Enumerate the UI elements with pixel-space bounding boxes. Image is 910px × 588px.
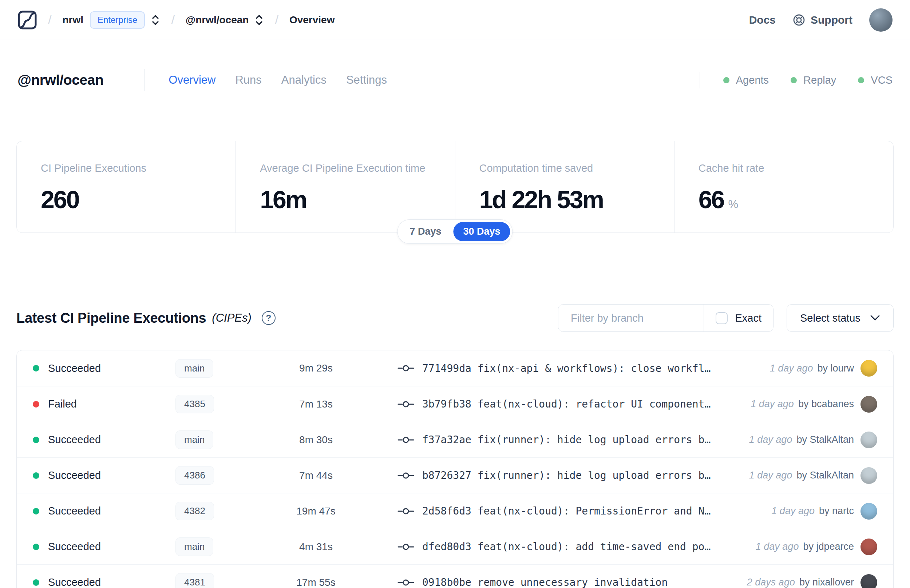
author: by jdpearce bbox=[803, 541, 854, 552]
docs-link[interactable]: Docs bbox=[749, 14, 776, 26]
commit-cell: 0918b0be remove unnecessary invalidation bbox=[374, 577, 740, 588]
tab-overview[interactable]: Overview bbox=[168, 73, 215, 87]
help-icon[interactable]: ? bbox=[262, 311, 276, 325]
branch-badge[interactable]: 4385 bbox=[175, 395, 214, 414]
breadcrumb-separator: / bbox=[171, 13, 175, 27]
status-dot-icon bbox=[33, 437, 39, 443]
status-cell: Succeeded bbox=[33, 362, 161, 375]
range-30-days[interactable]: 30 Days bbox=[453, 222, 510, 241]
org-switcher-chevron-icon[interactable] bbox=[151, 14, 160, 26]
status-cell: Succeeded bbox=[33, 469, 161, 481]
workspace-crumb[interactable]: @nrwl/ocean bbox=[186, 14, 264, 26]
avatar bbox=[860, 467, 877, 484]
git-commit-icon bbox=[398, 577, 414, 588]
cipe-row[interactable]: Failed 4385 7m 13s 3b79fb38 feat(nx-clou… bbox=[17, 386, 893, 422]
branch-filter-input[interactable] bbox=[558, 305, 704, 331]
duration-cell: 17m 55s bbox=[258, 577, 374, 588]
commit-message[interactable]: 771499da fix(nx-api & workflows): close … bbox=[422, 362, 711, 375]
branch-cell: 4386 bbox=[161, 466, 258, 485]
status-cell: Succeeded bbox=[33, 505, 161, 517]
tab-analytics[interactable]: Analytics bbox=[281, 73, 327, 87]
avatar bbox=[860, 503, 877, 520]
branch-cell: main bbox=[161, 430, 258, 449]
meta-cell: 1 day ago by bcabanes bbox=[750, 396, 877, 413]
divider bbox=[144, 69, 144, 91]
duration-cell: 8m 30s bbox=[258, 434, 374, 446]
meta-cell: 2 days ago by nixallover bbox=[747, 574, 877, 588]
cipe-row[interactable]: Succeeded 4381 17m 55s 0918b0be remove u… bbox=[17, 564, 893, 588]
commit-message[interactable]: f37a32ae fix(runner): hide log upload er… bbox=[422, 434, 711, 446]
branch-cell: main bbox=[161, 359, 258, 378]
support-link[interactable]: Support bbox=[792, 13, 852, 27]
cipe-row[interactable]: Succeeded 4386 7m 44s b8726327 fix(runne… bbox=[17, 457, 893, 493]
enterprise-badge: Enterprise bbox=[90, 11, 145, 29]
status-select-button[interactable]: Select status bbox=[787, 304, 894, 332]
status-dot-icon bbox=[33, 401, 39, 407]
workspace-tabs: Overview Runs Analytics Settings bbox=[168, 73, 387, 87]
branch-badge[interactable]: main bbox=[175, 538, 213, 556]
meta-cell: 1 day ago by lourw bbox=[770, 360, 877, 376]
author: by lourw bbox=[817, 363, 854, 374]
commit-cell: 771499da fix(nx-api & workflows): close … bbox=[374, 362, 763, 375]
time-ago: 1 day ago bbox=[771, 506, 815, 517]
commit-message[interactable]: b8726327 fix(runner): hide log upload er… bbox=[422, 469, 711, 481]
status-dot-icon bbox=[33, 544, 39, 550]
duration-cell: 19m 47s bbox=[258, 506, 374, 517]
branch-badge[interactable]: main bbox=[175, 359, 213, 378]
status-vcs: VCS bbox=[858, 74, 892, 86]
author: by nartc bbox=[819, 506, 854, 517]
exact-filter: Exact bbox=[704, 312, 773, 324]
time-ago: 1 day ago bbox=[770, 363, 813, 374]
exact-checkbox[interactable] bbox=[716, 312, 727, 324]
avatar bbox=[860, 396, 877, 413]
nx-cloud-logo-icon[interactable] bbox=[18, 10, 37, 30]
branch-cell: 4385 bbox=[161, 395, 258, 414]
breadcrumb-separator: / bbox=[275, 13, 278, 27]
cipe-section-header: Latest CI Pipeline Executions (CIPEs) ? … bbox=[16, 304, 894, 332]
status-agents: Agents bbox=[723, 74, 769, 86]
range-7-days[interactable]: 7 Days bbox=[400, 222, 451, 241]
branch-badge[interactable]: 4382 bbox=[175, 502, 214, 520]
workspace-header: @nrwl/ocean Overview Runs Analytics Sett… bbox=[0, 65, 910, 95]
cipe-row[interactable]: Succeeded main 9m 29s 771499da fix(nx-ap… bbox=[17, 351, 893, 386]
branch-cell: main bbox=[161, 538, 258, 556]
commit-cell: f37a32ae fix(runner): hide log upload er… bbox=[374, 434, 742, 446]
workspace-switcher-chevron-icon[interactable] bbox=[254, 14, 264, 26]
chevron-down-icon bbox=[870, 315, 880, 321]
git-commit-icon bbox=[398, 363, 414, 373]
stat-average-execution-time: Average CI Pipeline Execution time 16m bbox=[236, 141, 455, 233]
commit-message[interactable]: 3b79fb38 feat(nx-cloud): refactor UI com… bbox=[422, 398, 711, 410]
workspace-title: @nrwl/ocean bbox=[18, 72, 103, 88]
stat-ci-pipeline-executions: CI Pipeline Executions 260 bbox=[17, 141, 236, 233]
author: by nixallover bbox=[799, 577, 854, 588]
commit-message[interactable]: dfed80d3 feat(nx-cloud): add time-saved … bbox=[422, 541, 711, 553]
branch-badge[interactable]: 4381 bbox=[175, 573, 214, 588]
org-crumb[interactable]: nrwl Enterprise bbox=[62, 11, 160, 29]
cipe-row[interactable]: Succeeded main 4m 31s dfed80d3 feat(nx-c… bbox=[17, 529, 893, 564]
git-commit-icon bbox=[398, 470, 414, 481]
tab-settings[interactable]: Settings bbox=[346, 73, 387, 87]
commit-message[interactable]: 0918b0be remove unnecessary invalidation bbox=[422, 577, 668, 588]
branch-filter-group: Exact bbox=[558, 304, 774, 332]
service-status-group: Agents Replay VCS bbox=[700, 72, 892, 89]
tab-runs[interactable]: Runs bbox=[235, 73, 261, 87]
cipe-row[interactable]: Succeeded 4382 19m 47s 2d58f6d3 feat(nx-… bbox=[17, 493, 893, 529]
status-cell: Succeeded bbox=[33, 434, 161, 446]
time-ago: 2 days ago bbox=[747, 577, 795, 588]
top-navigation-bar: / nrwl Enterprise / @nrwl/ocean / Overvi… bbox=[0, 0, 910, 40]
git-commit-icon bbox=[398, 435, 414, 445]
green-dot-icon bbox=[858, 77, 864, 83]
user-avatar[interactable] bbox=[869, 8, 892, 32]
status-replay: Replay bbox=[790, 74, 836, 86]
date-range-toggle: 7 Days 30 Days bbox=[397, 220, 512, 244]
stats-cards: CI Pipeline Executions 260 Average CI Pi… bbox=[16, 141, 894, 233]
status-dot-icon bbox=[33, 365, 39, 372]
duration-cell: 4m 31s bbox=[258, 541, 374, 553]
breadcrumb: / nrwl Enterprise / @nrwl/ocean / Overvi… bbox=[18, 10, 335, 30]
commit-message[interactable]: 2d58f6d3 feat(nx-cloud): PermissionError… bbox=[422, 505, 711, 517]
cipe-row[interactable]: Succeeded main 8m 30s f37a32ae fix(runne… bbox=[17, 422, 893, 457]
branch-badge[interactable]: main bbox=[175, 430, 213, 449]
branch-badge[interactable]: 4386 bbox=[175, 466, 214, 485]
status-cell: Failed bbox=[33, 398, 161, 410]
status-cell: Succeeded bbox=[33, 577, 161, 588]
